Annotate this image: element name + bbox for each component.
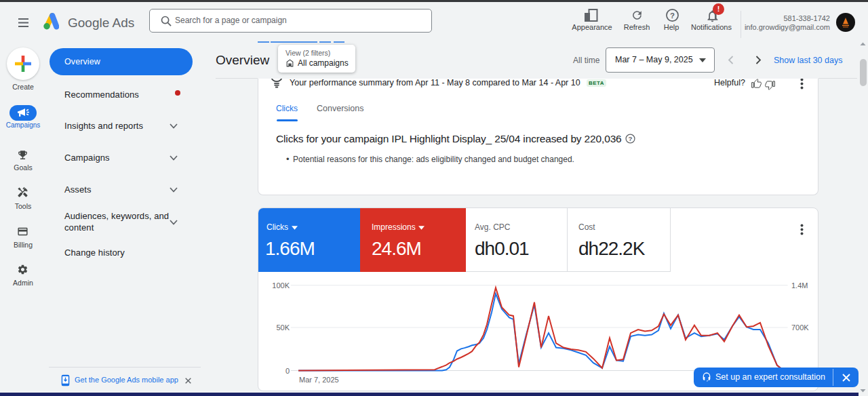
svg-text:700K: 700K xyxy=(791,323,809,332)
svg-text:50K: 50K xyxy=(276,323,290,332)
svg-text:?: ? xyxy=(670,12,675,20)
svg-text:1.4M: 1.4M xyxy=(791,281,808,290)
svg-text:?: ? xyxy=(629,135,633,142)
svg-text:Mar 7, 2025: Mar 7, 2025 xyxy=(299,376,339,384)
svg-text:100K: 100K xyxy=(272,281,290,290)
svg-text:0: 0 xyxy=(285,367,290,375)
